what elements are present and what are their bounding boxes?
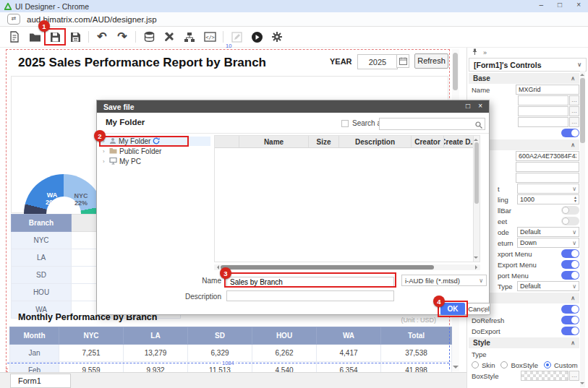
panel-toggle-export-menu-toggle-3[interactable] [561, 271, 579, 280]
file-list-column-creator[interactable]: Creator [412, 136, 444, 147]
panel-input-id-field[interactable] [516, 151, 579, 161]
code-view-icon[interactable]: </> [200, 28, 220, 46]
radio-skin[interactable] [472, 361, 479, 368]
panel-section-base-section[interactable]: Base∧ [469, 73, 579, 84]
canvas-scrollbar-thumb[interactable] [453, 53, 458, 90]
dialog-maximize-icon[interactable]: □ [466, 102, 470, 110]
maximize-icon[interactable]: □ [558, 1, 562, 9]
panel-toggle-toggle-2[interactable] [561, 305, 579, 314]
pin-icon[interactable] [472, 48, 478, 57]
panel-toggle-export-menu-toggle-1[interactable] [561, 249, 579, 258]
collapse-panel-icon[interactable]: » [483, 49, 487, 56]
file-list-column-create-d-[interactable]: Create D... [444, 136, 474, 147]
panel-spinner-spinner-1[interactable]: 1000▴▾ [517, 194, 579, 204]
file-list-column-description[interactable]: Description [339, 136, 412, 147]
panel-label-boxstyle-field: BoxStyle [472, 372, 521, 380]
save-as-icon[interactable] [65, 28, 85, 46]
panel-toggle-toggle-1[interactable] [561, 129, 579, 137]
run-icon[interactable] [247, 28, 267, 46]
controls-dropdown[interactable]: [Form1]'s Controls ∨ [469, 58, 587, 72]
file-list-column-select[interactable] [215, 136, 239, 147]
panel-swatch-boxstyle-field[interactable] [521, 371, 568, 381]
refresh-button[interactable]: Refresh [414, 53, 448, 69]
scroll-right-icon[interactable] [475, 265, 480, 270]
panel-input-name-field[interactable] [516, 85, 579, 95]
status-bar: Form1 [0, 372, 466, 388]
horizontal-scrollbar-thumb[interactable] [221, 265, 434, 270]
ellipsis-button[interactable]: … [569, 95, 579, 105]
hierarchy-icon[interactable] [179, 28, 200, 46]
panel-row-name-field: Name [469, 85, 579, 95]
tree-item-public-folder[interactable]: ›Public Folder [101, 147, 210, 156]
panel-row-boxstyle-field: BoxStyle… [469, 371, 579, 381]
ok-button[interactable]: OK 4 [440, 303, 465, 315]
panel-toggle-export-menu-toggle-2[interactable] [561, 260, 579, 269]
chevron-right-icon[interactable]: › [103, 148, 107, 155]
undo-icon[interactable]: ↶ [92, 28, 112, 46]
radio-custom[interactable] [544, 361, 551, 368]
tab-switch-icon[interactable]: ⇄ [7, 14, 20, 25]
description-input[interactable] [226, 290, 394, 301]
panel-select-export-type-select[interactable]: Default∨ [517, 281, 579, 291]
ellipsis-button[interactable]: … [569, 106, 579, 116]
tree-item-my-folder[interactable]: ›My Folder2 [101, 137, 210, 146]
settings-icon[interactable] [267, 28, 287, 46]
panel-toggle-sheet-toggle[interactable] [561, 217, 579, 225]
radio-boxstyle[interactable] [500, 361, 508, 368]
scroll-up-icon[interactable] [580, 72, 584, 76]
panel-input-field-3[interactable] [518, 117, 568, 127]
resize-handle[interactable] [482, 307, 487, 313]
refresh-icon[interactable] [153, 137, 160, 146]
calendar-icon[interactable] [396, 54, 409, 68]
panel-select-return-select[interactable]: Down∨ [517, 238, 579, 248]
table-row[interactable]: Jan7,25113,2796,3296,2624,41737,538 [10, 345, 452, 362]
file-type-select[interactable]: i-AUD file (*.mtsd) ∨ [401, 275, 487, 286]
dialog-titlebar[interactable]: Save file [97, 100, 489, 113]
ellipsis-button[interactable]: … [569, 117, 579, 127]
scroll-down-icon[interactable] [474, 256, 478, 261]
search-icon[interactable] [475, 118, 482, 132]
panel-scrollbar[interactable] [580, 71, 585, 387]
panel-toggle-scrollbar-toggle[interactable] [561, 206, 579, 215]
panel-select-select-1[interactable]: ∨ [517, 184, 579, 194]
panel-input-field-5[interactable] [516, 173, 579, 183]
panel-toggle-doexport-toggle[interactable] [561, 327, 579, 335]
panel-select-mode-select[interactable]: Default∨ [517, 227, 579, 237]
scroll-down-icon[interactable] [453, 366, 459, 371]
panel-input-field-4[interactable] [516, 162, 579, 172]
ruler-marker-width: 1084 [221, 360, 236, 366]
panel-scrollbar-thumb[interactable] [580, 78, 585, 143]
year-input[interactable] [357, 54, 398, 69]
chevron-right-icon[interactable]: › [103, 158, 107, 165]
tab-form1[interactable]: Form1 [10, 374, 71, 388]
file-list-column-size[interactable]: Size [309, 136, 339, 147]
spinner-arrows-icon[interactable]: ▴▾ [574, 196, 576, 203]
column-header-nyc: NYC [59, 327, 124, 345]
panel-toggle-dorefresh-toggle[interactable] [561, 316, 579, 324]
ellipsis-button[interactable]: … [569, 371, 579, 381]
database-icon[interactable] [139, 28, 159, 46]
branch-cell: SD [12, 267, 72, 284]
scroll-up-icon[interactable] [474, 137, 478, 141]
tree-item-my-pc[interactable]: ›My PC [101, 157, 210, 166]
file-name-input[interactable] [226, 277, 394, 288]
search-input[interactable] [379, 118, 485, 130]
scroll-left-icon[interactable] [215, 265, 219, 270]
panel-section-style-section[interactable]: Style∧ [469, 337, 579, 348]
dialog-close-icon[interactable]: × [478, 102, 482, 110]
file-list-scrollbar-thumb[interactable] [474, 142, 479, 204]
file-list-scrollbar[interactable] [473, 136, 480, 262]
save-icon[interactable]: 1 [45, 28, 65, 46]
minimize-icon[interactable]: – [540, 1, 544, 9]
file-list-horizontal-scrollbar[interactable] [214, 264, 480, 270]
chevron-down-icon: ∨ [572, 186, 576, 192]
panel-input-field-1[interactable] [518, 95, 568, 105]
tools-icon[interactable] [159, 28, 179, 46]
search-all-checkbox[interactable] [341, 120, 349, 127]
file-list-column-name[interactable]: Name [239, 136, 309, 147]
scroll-down-icon[interactable] [580, 382, 584, 387]
redo-icon[interactable]: ↷ [112, 28, 132, 46]
panel-input-field-2[interactable] [518, 106, 568, 116]
close-icon[interactable]: × [576, 1, 581, 9]
new-document-icon[interactable] [4, 28, 25, 46]
